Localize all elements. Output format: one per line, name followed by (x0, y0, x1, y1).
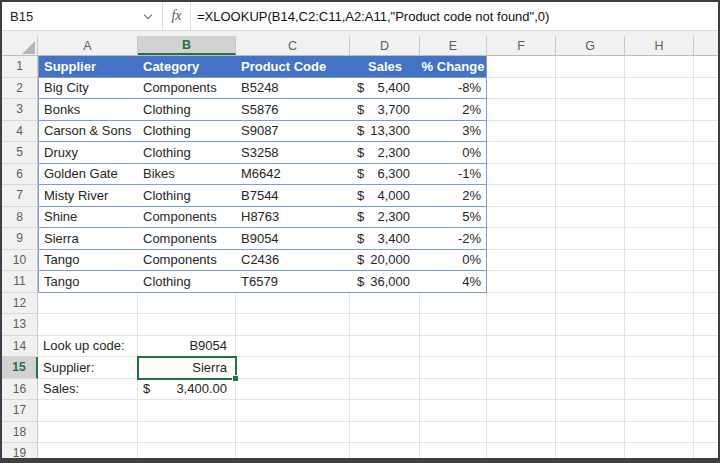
product-code-cell[interactable]: M6642 (236, 164, 350, 186)
empty-cell[interactable] (625, 293, 694, 315)
empty-cell[interactable] (625, 422, 694, 444)
sales-cell[interactable]: $2,300 (350, 207, 420, 229)
supplier-cell[interactable]: Shine (38, 207, 138, 229)
empty-cell[interactable] (625, 164, 694, 186)
supplier-cell[interactable]: Carson & Sons (38, 121, 138, 143)
empty-cell[interactable] (487, 207, 556, 229)
row-header-13[interactable]: 13 (2, 314, 38, 336)
sales-cell[interactable]: $36,000 (350, 271, 420, 293)
chevron-down-icon[interactable] (144, 11, 152, 19)
product-code-cell[interactable]: B7544 (236, 185, 350, 207)
product-code-cell[interactable]: S3258 (236, 142, 350, 164)
lookup-label-cell[interactable]: Look up code: (38, 336, 138, 358)
row-header-5[interactable]: 5 (2, 142, 38, 164)
row-header-14[interactable]: 14 (2, 336, 38, 358)
change-cell[interactable]: 2% (420, 185, 487, 207)
change-cell[interactable]: 0% (420, 142, 487, 164)
category-cell[interactable]: Components (138, 250, 236, 272)
row-header-6[interactable]: 6 (2, 164, 38, 186)
empty-cell[interactable] (625, 400, 694, 422)
empty-cell[interactable] (420, 443, 487, 458)
supplier-cell[interactable]: Bonks (38, 99, 138, 121)
empty-cell[interactable] (236, 422, 350, 444)
empty-cell[interactable] (694, 314, 718, 336)
empty-cell[interactable] (487, 422, 556, 444)
empty-cell[interactable] (350, 422, 420, 444)
empty-cell[interactable] (420, 293, 487, 315)
fx-button[interactable]: fx (163, 2, 190, 30)
table-header-cell[interactable]: Product Code (236, 56, 350, 78)
empty-cell[interactable] (556, 121, 625, 143)
empty-cell[interactable] (556, 228, 625, 250)
empty-cell[interactable] (350, 293, 420, 315)
column-header-a[interactable]: A (38, 36, 138, 55)
empty-cell[interactable] (556, 379, 625, 401)
empty-cell[interactable] (236, 314, 350, 336)
empty-cell[interactable] (487, 164, 556, 186)
empty-cell[interactable] (38, 314, 138, 336)
empty-cell[interactable] (350, 443, 420, 458)
empty-cell[interactable] (556, 293, 625, 315)
name-box[interactable]: B15 (2, 2, 162, 30)
row-header-19[interactable]: 19 (2, 443, 38, 458)
empty-cell[interactable] (625, 142, 694, 164)
empty-cell[interactable] (487, 400, 556, 422)
column-header-d[interactable]: D (350, 36, 420, 55)
empty-cell[interactable] (236, 400, 350, 422)
row-header-4[interactable]: 4 (2, 121, 38, 143)
empty-cell[interactable] (487, 121, 556, 143)
empty-cell[interactable] (694, 56, 718, 78)
empty-cell[interactable] (556, 443, 625, 458)
lookup-label-cell[interactable]: Sales: (38, 379, 138, 401)
empty-cell[interactable] (236, 357, 350, 379)
empty-cell[interactable] (487, 78, 556, 100)
formula-bar-input[interactable]: =XLOOKUP(B14,C2:C11,A2:A11,"Product code… (191, 2, 718, 30)
column-header-e[interactable]: E (420, 36, 487, 55)
category-cell[interactable]: Clothing (138, 121, 236, 143)
empty-cell[interactable] (138, 443, 236, 458)
empty-cell[interactable] (625, 379, 694, 401)
empty-cell[interactable] (556, 400, 625, 422)
empty-cell[interactable] (236, 379, 350, 401)
empty-cell[interactable] (350, 314, 420, 336)
empty-cell[interactable] (694, 336, 718, 358)
category-cell[interactable]: Components (138, 78, 236, 100)
empty-cell[interactable] (556, 250, 625, 272)
empty-cell[interactable] (694, 142, 718, 164)
empty-cell[interactable] (694, 379, 718, 401)
supplier-cell[interactable]: Druxy (38, 142, 138, 164)
column-header-f[interactable]: F (487, 36, 556, 55)
change-cell[interactable]: 4% (420, 271, 487, 293)
empty-cell[interactable] (420, 422, 487, 444)
table-header-cell[interactable]: % Change (420, 56, 487, 78)
empty-cell[interactable] (487, 185, 556, 207)
empty-cell[interactable] (138, 314, 236, 336)
empty-cell[interactable] (556, 142, 625, 164)
empty-cell[interactable] (625, 207, 694, 229)
category-cell[interactable]: Clothing (138, 142, 236, 164)
lookup-value-cell[interactable]: B9054 (138, 336, 236, 358)
empty-cell[interactable] (487, 314, 556, 336)
empty-cell[interactable] (694, 99, 718, 121)
empty-cell[interactable] (350, 357, 420, 379)
empty-cell[interactable] (694, 293, 718, 315)
sales-cell[interactable]: $13,300 (350, 121, 420, 143)
row-header-2[interactable]: 2 (2, 78, 38, 100)
empty-cell[interactable] (236, 293, 350, 315)
row-header-9[interactable]: 9 (2, 228, 38, 250)
category-cell[interactable]: Clothing (138, 185, 236, 207)
empty-cell[interactable] (556, 164, 625, 186)
lookup-value-cell[interactable]: $3,400.00 (138, 379, 236, 401)
empty-cell[interactable] (694, 185, 718, 207)
empty-cell[interactable] (487, 379, 556, 401)
product-code-cell[interactable]: H8763 (236, 207, 350, 229)
empty-cell[interactable] (625, 271, 694, 293)
empty-cell[interactable] (625, 56, 694, 78)
column-header-c[interactable]: C (236, 36, 350, 55)
empty-cell[interactable] (487, 357, 556, 379)
row-header-17[interactable]: 17 (2, 400, 38, 422)
product-code-cell[interactable]: B9054 (236, 228, 350, 250)
empty-cell[interactable] (556, 357, 625, 379)
row-header-12[interactable]: 12 (2, 293, 38, 315)
empty-cell[interactable] (625, 314, 694, 336)
